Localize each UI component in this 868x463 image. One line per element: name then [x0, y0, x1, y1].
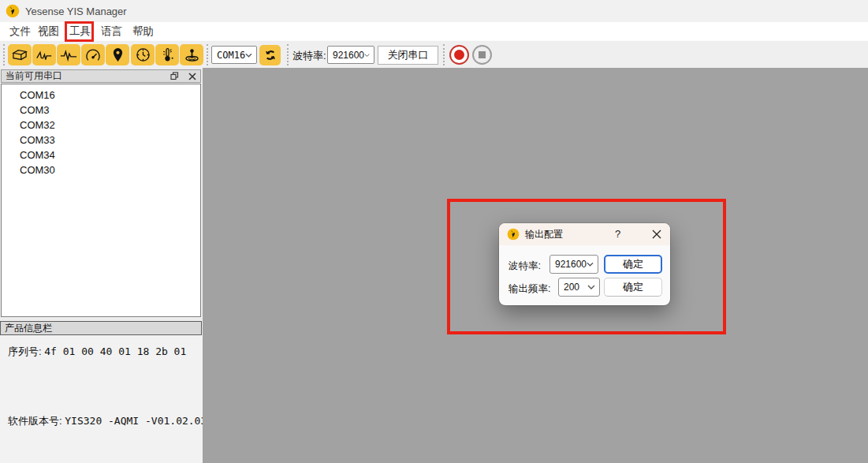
confirm-freq-button[interactable]: 确定 [604, 278, 662, 297]
dialog-baud-label: 波特率: [509, 260, 541, 273]
left-dock: 当前可用串口 COM16 COM3 COM32 COM33 COM34 COM3… [0, 68, 203, 463]
serial-number-row: 序列号: 4f 01 00 40 01 18 2b 01 [8, 345, 186, 359]
chevron-down-icon [364, 53, 370, 58]
dialog-freq-value: 200 [564, 282, 579, 293]
close-serial-port-button[interactable]: 关闭串口 [378, 46, 438, 65]
title-bar: Yesense YIS Manager [0, 0, 868, 22]
chevron-down-icon [587, 285, 595, 289]
dialog-close-icon[interactable] [652, 230, 661, 239]
list-item-port[interactable]: COM3 [2, 103, 200, 118]
pulse-wave-icon[interactable] [57, 44, 80, 65]
info-panel-header: 产品信息栏 [0, 321, 202, 335]
dialog-title-bar: 输出配置 ? [499, 223, 670, 245]
ports-panel-header: 当前可用串口 [1, 69, 201, 83]
record-button[interactable] [449, 45, 469, 65]
float-panel-icon[interactable] [170, 72, 179, 80]
thermometer-icon[interactable] [155, 44, 179, 65]
confirm-baud-button[interactable]: 确定 [604, 255, 662, 274]
output-config-dialog: 输出配置 ? 波特率: 921600 确定 输出频率: 200 确定 [499, 223, 670, 305]
list-item-port[interactable]: COM30 [2, 162, 200, 177]
ports-list: COM16 COM3 COM32 COM33 COM34 COM30 [1, 84, 201, 317]
baud-rate-label: 波特率: [292, 49, 326, 63]
dialog-help-button[interactable]: ? [615, 223, 620, 245]
baud-rate-select[interactable]: 921600 [327, 46, 374, 64]
close-panel-icon[interactable] [188, 73, 196, 80]
yesense-logo-icon [6, 4, 20, 18]
menu-bar: 文件 视图 工具 语言 帮助 [0, 22, 868, 40]
joystick-icon[interactable] [180, 44, 203, 65]
menu-item-help[interactable]: 帮助 [132, 22, 154, 40]
serial-number-value: 4f 01 00 40 01 18 2b 01 [44, 345, 186, 357]
toolbar-drag-handle[interactable] [287, 44, 289, 65]
software-version-label: 软件版本号: [8, 415, 62, 427]
sync-arrows-icon[interactable] [259, 45, 281, 65]
menu-item-tools[interactable]: 工具 [69, 22, 91, 40]
serial-number-label: 序列号: [8, 345, 42, 357]
cube-3d-icon[interactable] [8, 44, 32, 65]
list-item-port[interactable]: COM16 [2, 88, 200, 103]
software-version-value: YIS320 -AQMI -V01.02.03; [65, 415, 213, 427]
list-item-port[interactable]: COM33 [2, 133, 200, 147]
software-version-row: 软件版本号: YIS320 -AQMI -V01.02.03; [8, 414, 213, 428]
window-title: Yesense YIS Manager [25, 6, 127, 17]
info-panel-title: 产品信息栏 [5, 322, 52, 335]
menu-item-view[interactable]: 视图 [38, 22, 59, 40]
toolbar-drag-handle[interactable] [207, 44, 209, 65]
menu-item-file[interactable]: 文件 [9, 22, 31, 40]
dialog-baud-value: 921600 [555, 259, 587, 270]
chevron-down-icon [587, 262, 594, 267]
yesense-logo-icon [507, 228, 520, 241]
port-select[interactable]: COM16 [211, 46, 257, 64]
baud-rate-value: 921600 [333, 50, 364, 61]
chevron-down-icon [245, 53, 252, 58]
utc-clock-icon[interactable] [131, 44, 155, 65]
gauge-icon[interactable] [81, 44, 105, 65]
menu-item-language[interactable]: 语言 [101, 22, 122, 40]
toolbar: COM16 波特率: 921600 关闭串口 [0, 40, 868, 68]
toolbar-drag-handle[interactable] [443, 44, 445, 65]
angular-wave-icon[interactable] [32, 44, 56, 65]
ports-panel-title: 当前可用串口 [6, 69, 62, 83]
dialog-baud-select[interactable]: 921600 [549, 255, 598, 274]
stop-button[interactable] [472, 45, 492, 65]
dialog-freq-select[interactable]: 200 [558, 278, 600, 297]
list-item-port[interactable]: COM34 [2, 147, 200, 162]
list-item-port[interactable]: COM32 [2, 118, 200, 133]
stop-icon [479, 51, 486, 58]
toolbar-drag-handle[interactable] [3, 44, 6, 65]
dialog-title: 输出配置 [525, 228, 563, 241]
location-pin-icon[interactable] [106, 44, 129, 65]
info-panel-body: 序列号: 4f 01 00 40 01 18 2b 01 软件版本号: YIS3… [0, 335, 203, 463]
record-icon [454, 50, 464, 60]
dialog-freq-label: 输出频率: [509, 282, 550, 296]
port-select-value: COM16 [217, 50, 245, 61]
